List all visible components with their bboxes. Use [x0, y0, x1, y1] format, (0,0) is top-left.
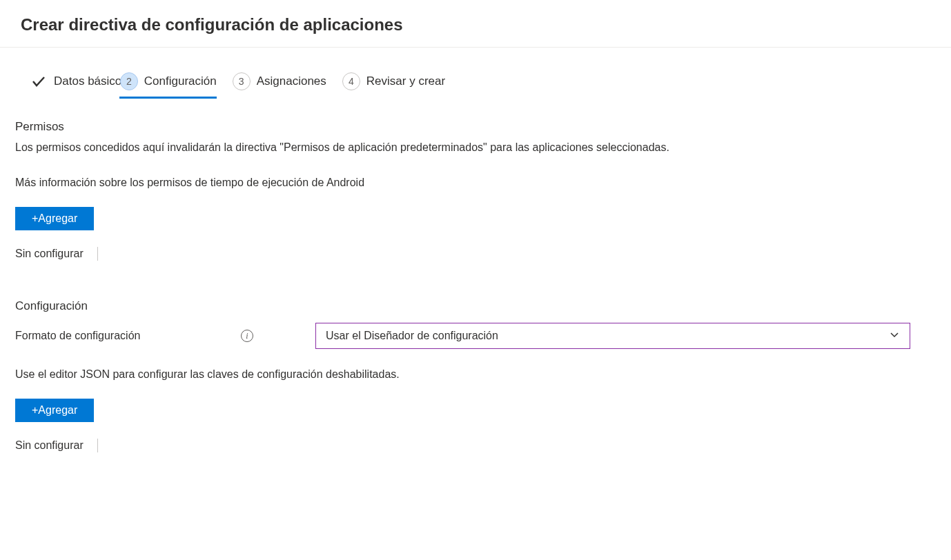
step-revisar-crear[interactable]: 4 Revisar y crear	[342, 72, 445, 91]
add-configuration-button[interactable]: +Agregar	[15, 399, 94, 422]
configuration-help-text: Use el editor JSON para configurar las c…	[15, 368, 936, 381]
add-permission-button[interactable]: +Agregar	[15, 207, 94, 230]
page-header: Crear directiva de configuración de apli…	[0, 0, 951, 48]
permissions-title: Permisos	[15, 120, 936, 134]
step-label: Revisar y crear	[366, 74, 445, 88]
divider	[97, 247, 98, 261]
step-datos-basicos[interactable]: Datos básicos	[29, 72, 128, 91]
page-content: Datos básicos 2 Configuración 3 Asignaci…	[0, 48, 951, 473]
step-configuracion[interactable]: 2 Configuración	[119, 72, 217, 99]
info-icon[interactable]: i	[241, 330, 253, 342]
step-number-icon: 3	[232, 72, 251, 91]
configuration-title: Configuración	[15, 299, 936, 313]
permissions-section: Permisos Los permisos concedidos aquí in…	[15, 120, 936, 261]
dropdown-selected: Usar el Diseñador de configuración	[326, 330, 498, 342]
step-label: Asignaciones	[257, 74, 326, 88]
step-number-icon: 2	[119, 72, 139, 91]
step-label: Datos básicos	[54, 74, 128, 88]
chevron-down-icon	[889, 329, 900, 343]
page-title: Crear directiva de configuración de apli…	[21, 15, 930, 34]
permissions-status: Sin configurar	[15, 247, 936, 261]
format-row: Formato de configuración i Usar el Diseñ…	[15, 323, 936, 349]
configuration-status: Sin configurar	[15, 439, 936, 452]
divider	[97, 439, 98, 452]
format-label: Formato de configuración	[15, 330, 140, 342]
step-label: Configuración	[144, 74, 217, 88]
permissions-learn-more-link[interactable]: Más información sobre los permisos de ti…	[15, 177, 936, 189]
step-asignaciones[interactable]: 3 Asignaciones	[232, 72, 326, 91]
format-label-wrap: Formato de configuración i	[15, 330, 315, 342]
format-dropdown[interactable]: Usar el Diseñador de configuración	[315, 323, 910, 349]
permissions-description: Los permisos concedidos aquí invalidarán…	[15, 139, 936, 156]
step-number-icon: 4	[342, 72, 361, 91]
configuration-section: Configuración Formato de configuración i…	[15, 299, 936, 452]
wizard-stepper: Datos básicos 2 Configuración 3 Asignaci…	[15, 48, 936, 91]
checkmark-icon	[29, 72, 48, 91]
